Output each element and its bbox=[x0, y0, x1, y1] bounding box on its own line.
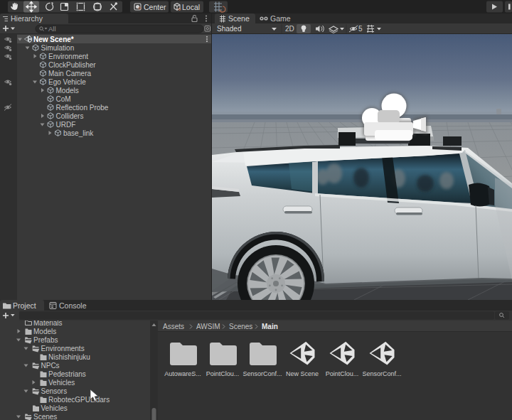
svg-text:Vehicles: Vehicles bbox=[41, 404, 68, 412]
svg-text:NPCs: NPCs bbox=[41, 362, 60, 370]
svg-text:Environments: Environments bbox=[41, 345, 85, 352]
svg-text:5: 5 bbox=[358, 25, 363, 33]
svg-text:Console: Console bbox=[59, 301, 87, 310]
svg-text:Scenes: Scenes bbox=[33, 413, 57, 420]
svg-text:AutowareS...: AutowareS... bbox=[164, 370, 201, 377]
svg-text:Center: Center bbox=[144, 3, 166, 11]
svg-text:All: All bbox=[48, 25, 56, 33]
svg-text:Assets: Assets bbox=[163, 323, 184, 330]
svg-text:Project: Project bbox=[13, 301, 36, 310]
svg-text:Local: Local bbox=[182, 3, 200, 11]
svg-text:Shaded: Shaded bbox=[217, 25, 241, 33]
svg-text:New Scene: New Scene bbox=[286, 370, 319, 377]
svg-text:URDF: URDF bbox=[56, 121, 76, 129]
svg-text:RobotecGPULidars: RobotecGPULidars bbox=[48, 396, 110, 404]
svg-text:Main Camera: Main Camera bbox=[48, 70, 91, 77]
svg-text:Reflection Probe: Reflection Probe bbox=[56, 104, 109, 112]
svg-text:PointClou...: PointClou... bbox=[326, 370, 359, 377]
svg-text:Scene: Scene bbox=[228, 14, 250, 23]
svg-text:Sensors: Sensors bbox=[41, 387, 68, 395]
svg-text:Vehicles: Vehicles bbox=[48, 379, 75, 387]
svg-text:SensorConf...: SensorConf... bbox=[242, 370, 282, 377]
svg-text:Scenes: Scenes bbox=[229, 323, 252, 330]
svg-text:SensorConf...: SensorConf... bbox=[362, 370, 401, 377]
svg-text:AWSIM: AWSIM bbox=[196, 323, 220, 330]
svg-text:Colliders: Colliders bbox=[56, 112, 84, 120]
svg-text:2D: 2D bbox=[285, 25, 294, 33]
svg-text:Pedestrians: Pedestrians bbox=[48, 370, 86, 378]
svg-text:Game: Game bbox=[270, 14, 291, 23]
svg-text:Simulation: Simulation bbox=[41, 44, 75, 52]
svg-text:ClockPublisher: ClockPublisher bbox=[48, 61, 96, 69]
svg-text:Ego Vehicle: Ego Vehicle bbox=[48, 78, 86, 86]
svg-text:Models: Models bbox=[33, 328, 56, 335]
svg-text:PointClou...: PointClou... bbox=[206, 370, 240, 377]
svg-text:Prefabs: Prefabs bbox=[33, 336, 58, 344]
svg-text:Hierarchy: Hierarchy bbox=[11, 14, 43, 23]
svg-text:New Scene*: New Scene* bbox=[33, 36, 74, 43]
svg-text:Main: Main bbox=[262, 323, 278, 330]
svg-text:Models: Models bbox=[56, 87, 79, 95]
svg-text:Materials: Materials bbox=[33, 321, 63, 327]
svg-text:Environment: Environment bbox=[48, 53, 88, 60]
svg-text:base_link: base_link bbox=[63, 129, 94, 137]
svg-text:Nishishinjuku: Nishishinjuku bbox=[48, 353, 90, 361]
svg-text:CoM: CoM bbox=[56, 95, 71, 103]
